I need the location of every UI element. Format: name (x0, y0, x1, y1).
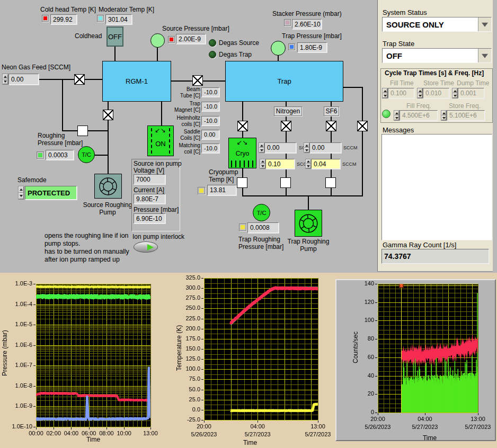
spin-down-icon[interactable] (394, 115, 399, 120)
spin-down-icon[interactable] (383, 93, 387, 98)
store-freq-input[interactable]: 5.100E+6 (447, 110, 485, 121)
pipe (94, 155, 109, 156)
neon-gas-feed-input[interactable]: 0.00 (8, 74, 39, 85)
spin-up-icon[interactable] (259, 143, 264, 148)
fill-freq-input[interactable]: 4.500E+6 (400, 110, 438, 121)
trap-roughing-led[interactable] (239, 223, 246, 231)
spin-down-icon[interactable] (452, 93, 457, 98)
trap-roughing-pump-label: Trap Roughing Pump (287, 238, 330, 253)
ion-pump-pressure-label: Pressure [mbar] (134, 206, 179, 213)
spin-down-icon[interactable] (304, 148, 309, 153)
spin-up-icon[interactable] (441, 111, 446, 115)
store-time-spinner[interactable] (417, 88, 423, 98)
trap-roughing-pressure-label: Trap Roughing Pressure [mbar] (238, 236, 283, 250)
spin-up-icon[interactable] (452, 88, 457, 93)
valve-icon[interactable] (281, 121, 291, 131)
spin-down-icon[interactable] (306, 164, 311, 169)
trap-state-value: OFF (383, 51, 478, 60)
closed-valve-icon[interactable] (237, 177, 247, 188)
spin-up-icon[interactable] (306, 159, 311, 164)
closed-valve-icon[interactable] (325, 177, 336, 188)
spin-down-icon[interactable] (441, 115, 446, 120)
cryopump-led[interactable] (198, 187, 205, 194)
trap-thermocouple-gauge: T/C (253, 204, 270, 221)
led-color (199, 189, 203, 193)
beam-tube-value: -10.0 (201, 87, 219, 97)
chevron-down-icon[interactable] (478, 49, 491, 62)
source-roughing-pump[interactable] (94, 174, 122, 199)
sf6-setpoint-input[interactable]: 0.00 (309, 142, 341, 153)
cryopump-temp-value: 13.81 (207, 185, 236, 195)
moderator-temp-value: 301.04 (105, 14, 132, 24)
n2-flow-input[interactable]: 0.10 (265, 159, 295, 169)
spin-down-icon[interactable] (3, 79, 8, 85)
trap-state-label: Trap State (383, 40, 414, 48)
degas-trap-led[interactable] (209, 51, 216, 58)
store-freq-spinner[interactable] (441, 110, 447, 121)
thermocouple-gauge: T/C (78, 146, 95, 163)
valve-icon[interactable] (357, 121, 368, 131)
led-color (241, 225, 245, 229)
ion-pump-interlock-toggle[interactable] (134, 241, 158, 253)
valve-icon[interactable] (237, 121, 248, 131)
messages-box[interactable] (381, 134, 492, 240)
coldhead-label: Coldhead (75, 32, 102, 40)
pressure-chart (4, 274, 165, 440)
spin-up-icon[interactable] (19, 186, 24, 193)
neon-gas-feed-spinner[interactable] (2, 74, 8, 85)
trap-state-dropdown[interactable]: OFF (382, 48, 492, 63)
spin-down-icon[interactable] (418, 93, 422, 98)
spin-up-icon[interactable] (304, 143, 309, 148)
valve-icon[interactable] (326, 121, 336, 131)
cryo-comb-icon (231, 160, 254, 167)
roughing-led[interactable] (37, 151, 44, 159)
store-time-input[interactable]: 0.010 (423, 88, 449, 98)
trap-roughing-pump[interactable] (295, 210, 322, 237)
spin-down-icon[interactable] (260, 164, 265, 169)
stacker-led[interactable] (284, 19, 291, 26)
rgm1-chamber: RGM-1 (102, 61, 171, 102)
fill-time-spinner[interactable] (382, 88, 388, 98)
cryopump-block[interactable]: Cryo (228, 138, 256, 168)
moderator-led[interactable] (97, 15, 104, 22)
spin-up-icon[interactable] (260, 159, 265, 164)
pipe (157, 47, 158, 61)
sf6-flow-input[interactable]: 0.04 (311, 159, 340, 169)
gamma-count-label: Gamma Ray Count [1/s] (383, 241, 456, 249)
temperature-chart-ylabel: Temperature (K) (175, 322, 183, 373)
fill-freq-spinner[interactable] (394, 110, 400, 121)
chevron-down-icon[interactable] (478, 17, 491, 31)
trap-magnet-label: Trap Magnet [C] (174, 101, 200, 113)
led-color (286, 21, 289, 24)
system-status-dropdown[interactable]: SOURCE ONLY (382, 17, 492, 32)
safemode-spinner[interactable] (18, 186, 24, 200)
spin-up-icon[interactable] (418, 88, 422, 93)
spin-down-icon[interactable] (19, 193, 24, 199)
cold-head-led[interactable] (42, 15, 49, 22)
temperature-chart (175, 273, 336, 438)
dump-time-input[interactable]: 0.001 (458, 88, 484, 98)
fill-time-input[interactable]: 0.100 (388, 88, 414, 98)
pipe (62, 79, 63, 131)
spin-up-icon[interactable] (3, 74, 8, 79)
roughing-pressure-label: Roughing Pressure [mbar] (38, 132, 83, 147)
dump-time-spinner[interactable] (452, 88, 458, 98)
degas-source-led[interactable] (209, 39, 216, 47)
spin-down-icon[interactable] (259, 148, 264, 153)
n2-setpoint-input[interactable]: 0.00 (264, 142, 296, 153)
spin-up-icon[interactable] (383, 88, 387, 93)
safemode-value[interactable]: PROTECTED (25, 186, 77, 200)
trap-pressure-led[interactable] (288, 43, 295, 50)
stacker-pressure-value: 2.60E-10 (292, 19, 322, 29)
saddle-coils-label: Saddle Coils [C] (174, 129, 200, 141)
valve-icon[interactable] (103, 110, 113, 120)
counts-chart[interactable] (337, 281, 496, 433)
ion-pump-on-block[interactable]: ON (147, 126, 174, 156)
closed-valve-icon[interactable] (280, 177, 291, 188)
valve-icon[interactable] (74, 74, 85, 85)
coldhead-off-button[interactable]: OFF (106, 26, 123, 47)
valve-icon[interactable] (192, 75, 203, 86)
source-pressure-led[interactable] (168, 36, 175, 43)
cycle-status-led[interactable] (382, 110, 390, 118)
spin-up-icon[interactable] (394, 111, 399, 115)
